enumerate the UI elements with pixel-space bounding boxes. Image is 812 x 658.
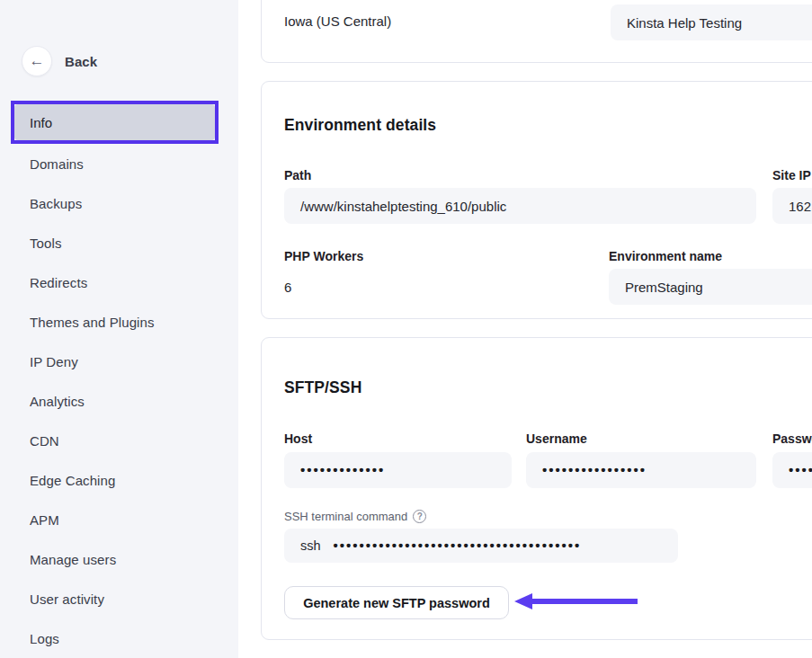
host-field[interactable]: ••••••••••••• [284,452,512,488]
sidebar-item-themes-and-plugins[interactable]: Themes and Plugins [0,302,238,342]
sftp-ssh-title: SFTP/SSH [284,378,361,397]
ssh-command-field[interactable]: ssh ••••••••••••••••••••••••••••••••••••… [284,529,678,563]
path-value: /www/kinstahelptesting_610/public [300,199,506,214]
sidebar-item-cdn[interactable]: CDN [0,421,238,460]
php-workers-value: 6 [284,280,291,295]
sidebar-item-info[interactable]: Info [14,104,215,140]
sidebar-item-logs[interactable]: Logs [0,618,238,658]
username-field[interactable]: •••••••••••••••• [526,452,756,488]
sidebar-item-ip-deny[interactable]: IP Deny [0,342,238,381]
sidebar: ← Back Info Domains Backups Tools Redire… [0,0,238,658]
site-name-value: Kinsta Help Testing [627,15,742,31]
ssh-command-masked: •••••••••••••••••••••••••••••••••••••• [334,529,582,563]
php-workers-label: PHP Workers [284,249,363,263]
host-value-masked: ••••••••••••• [300,452,385,488]
site-ip-label: Site IP [772,168,811,182]
password-value-masked: ••••• [789,452,812,488]
generate-sftp-password-button[interactable]: Generate new SFTP password [284,586,509,619]
path-label: Path [284,168,311,182]
arrow-annotation [514,593,638,609]
environment-name-value: PremStaging [625,280,703,295]
kinsta-site-info-page: ← Back Info Domains Backups Tools Redire… [0,0,812,658]
sidebar-item-redirects[interactable]: Redirects [0,262,238,302]
ssh-command-prefix: ssh [300,538,321,553]
password-field[interactable]: ••••• [772,452,812,488]
sidebar-item-backups[interactable]: Backups [0,183,238,223]
sidebar-menu: Domains Backups Tools Redirects Themes a… [0,144,238,658]
environment-details-card: Environment details Path /www/kinstahelp… [261,81,812,319]
help-icon[interactable]: ? [413,510,426,523]
path-field[interactable]: /www/kinstahelptesting_610/public [284,188,756,224]
back-arrow-icon[interactable]: ← [22,46,52,76]
sidebar-item-apm[interactable]: APM [0,500,238,539]
sidebar-item-tools[interactable]: Tools [0,223,238,262]
ssh-terminal-command-row: SSH terminal command ? [284,510,426,523]
sidebar-item-label: Info [30,115,52,130]
environment-details-title: Environment details [284,116,436,135]
ssh-terminal-command-label: SSH terminal command [284,510,407,523]
back-label: Back [65,54,97,69]
host-label: Host [284,431,312,446]
site-ip-field[interactable]: 162.1 [772,188,812,224]
environment-name-label: Environment name [609,249,722,263]
sidebar-item-domains[interactable]: Domains [0,144,238,183]
location-card: Iowa (US Central) Kinsta Help Testing [261,0,812,63]
sidebar-item-user-activity[interactable]: User activity [0,579,238,618]
environment-name-field[interactable]: PremStaging [609,269,812,305]
sidebar-item-analytics[interactable]: Analytics [0,381,238,421]
password-label: Password [772,431,812,446]
sidebar-item-edge-caching[interactable]: Edge Caching [0,460,238,500]
sidebar-item-manage-users[interactable]: Manage users [0,539,238,579]
site-name-field[interactable]: Kinsta Help Testing [611,4,812,40]
username-label: Username [526,431,587,446]
info-highlight-annotation: Info [11,101,219,144]
back-button[interactable]: ← Back [22,46,97,76]
datacenter-location: Iowa (US Central) [284,13,391,29]
username-value-masked: •••••••••••••••• [542,452,647,488]
site-ip-value: 162.1 [789,199,812,214]
